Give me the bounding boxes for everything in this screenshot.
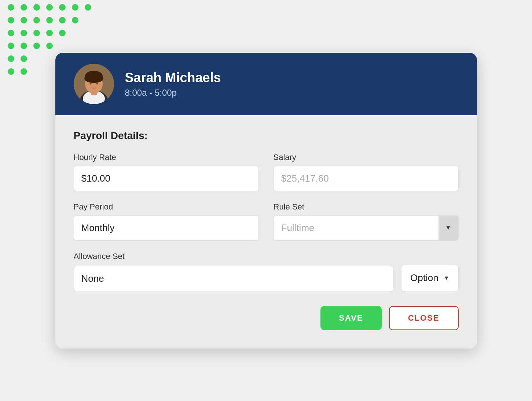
svg-point-13	[8, 30, 14, 36]
hourly-rate-group: Hourly Rate	[74, 153, 259, 191]
pay-period-label: Pay Period	[74, 202, 259, 212]
hourly-rate-input[interactable]	[74, 166, 259, 191]
svg-point-2	[33, 4, 40, 11]
svg-point-35	[96, 83, 98, 84]
svg-point-12	[72, 17, 78, 23]
svg-point-19	[21, 43, 27, 49]
salary-input[interactable]	[274, 166, 459, 191]
option-label: Option	[410, 272, 439, 284]
svg-point-8	[21, 17, 27, 23]
svg-point-23	[21, 55, 27, 62]
employee-schedule: 8:00a - 5:00p	[125, 88, 221, 98]
svg-point-1	[21, 4, 27, 11]
svg-point-11	[59, 17, 66, 23]
svg-point-20	[33, 43, 40, 49]
rule-set-dropdown-button[interactable]: ▼	[439, 215, 459, 241]
svg-point-15	[33, 30, 40, 36]
svg-point-10	[46, 17, 53, 23]
header-info: Sarah Michaels 8:00a - 5:00p	[125, 70, 221, 98]
pay-period-input[interactable]	[74, 215, 259, 241]
option-dropdown-button[interactable]: Option ▼	[401, 265, 458, 291]
form-grid: Hourly Rate Salary Pay Period Rule Set ▼	[74, 153, 459, 241]
button-row: SAVE CLOSE	[74, 306, 459, 330]
svg-point-34	[89, 83, 91, 84]
modal-header: Sarah Michaels 8:00a - 5:00p	[55, 53, 477, 115]
svg-point-18	[8, 43, 14, 49]
salary-label: Salary	[274, 153, 459, 162]
payroll-modal: Sarah Michaels 8:00a - 5:00p Payroll Det…	[55, 53, 477, 349]
close-button[interactable]: CLOSE	[389, 306, 459, 330]
svg-point-14	[21, 30, 27, 36]
allowance-set-input[interactable]	[74, 266, 394, 291]
svg-point-4	[59, 4, 66, 11]
allowance-section: Allowance Set Option ▼	[74, 252, 459, 291]
rule-set-input[interactable]	[274, 215, 459, 241]
svg-point-3	[46, 4, 53, 11]
svg-point-5	[72, 4, 78, 11]
svg-point-7	[8, 17, 14, 23]
section-title: Payroll Details:	[74, 130, 459, 142]
svg-point-0	[8, 4, 14, 11]
avatar	[74, 64, 114, 104]
allowance-set-label: Allowance Set	[74, 252, 125, 261]
rule-set-wrapper: ▼	[274, 215, 459, 241]
svg-point-25	[21, 68, 27, 75]
svg-point-6	[85, 4, 91, 11]
svg-point-33	[84, 74, 103, 83]
rule-set-label: Rule Set	[274, 202, 459, 212]
modal-body: Payroll Details: Hourly Rate Salary Pay …	[55, 115, 477, 349]
save-button[interactable]: SAVE	[320, 306, 381, 330]
pay-period-group: Pay Period	[74, 202, 259, 241]
employee-name: Sarah Michaels	[125, 70, 221, 85]
rule-set-group: Rule Set ▼	[274, 202, 459, 241]
svg-point-21	[46, 43, 53, 49]
svg-point-9	[33, 17, 40, 23]
allowance-row: Option ▼	[74, 265, 459, 291]
salary-group: Salary	[274, 153, 459, 191]
svg-point-17	[59, 30, 66, 36]
svg-point-16	[46, 30, 53, 36]
option-arrow-icon: ▼	[444, 275, 450, 281]
svg-point-24	[8, 68, 14, 75]
hourly-rate-label: Hourly Rate	[74, 153, 259, 162]
svg-point-22	[8, 55, 14, 62]
